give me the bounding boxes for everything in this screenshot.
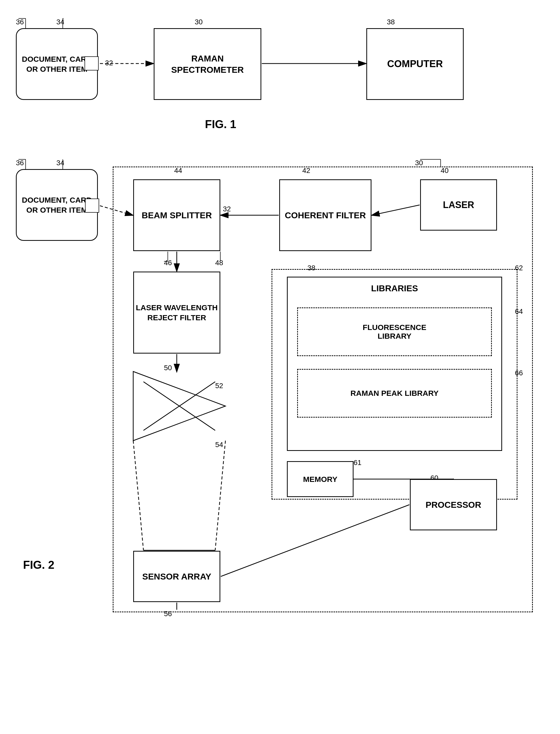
fig2-raman-peak-label: RAMAN PEAK LIBRARY — [350, 389, 439, 398]
fig2-label: FIG. 2 — [23, 559, 54, 571]
fig2-sensor-box: SENSOR ARRAY — [133, 551, 220, 602]
fig2-ref34: 34 — [56, 159, 64, 167]
fig2-ref32: 32 — [223, 205, 231, 213]
fig1-label: FIG. 1 — [205, 118, 236, 131]
fig2-ref66: 66 — [515, 369, 523, 377]
fig2-libraries-label: LIBRARIES — [371, 280, 418, 294]
fig1-computer-box: COMPUTER — [366, 28, 464, 100]
fig2-ref38: 38 — [307, 264, 315, 272]
fig2-fluorescence-label: FLUORESCENCE LIBRARY — [346, 323, 443, 340]
fig2-ref50: 50 — [164, 364, 172, 372]
fig2-memory-box: MEMORY — [287, 461, 354, 497]
fig1-ref32: 32 — [105, 59, 113, 67]
fig2-ref46: 46 — [164, 259, 172, 267]
diagram-container: 36 34 30 38 DOCUMENT, CARD OR OTHER ITEM… — [0, 0, 560, 734]
fig2-beam-splitter-box: BEAM SPLITTER — [133, 179, 220, 251]
fig2-libraries-box: LIBRARIES — [287, 277, 502, 451]
fig1-ref36: 36 — [16, 18, 24, 26]
fig2-coherent-filter-box: COHERENT FILTER — [279, 179, 371, 251]
fig2-ref40: 40 — [441, 167, 449, 175]
fig2-processor-box: PROCESSOR — [410, 479, 497, 530]
fig1-raman-box: RAMAN SPECTROMETER — [154, 28, 261, 100]
fig2-ref54: 54 — [215, 441, 223, 449]
fig2-ref36: 36 — [16, 159, 24, 167]
fig2-ref56: 56 — [164, 610, 172, 618]
fig1-document-inner-box — [85, 56, 99, 70]
fig2-ref52: 52 — [215, 382, 223, 390]
fig2-ref44: 44 — [174, 167, 182, 175]
fig2-ref62: 62 — [515, 264, 523, 272]
fig2-raman-peak-box: RAMAN PEAK LIBRARY — [297, 369, 492, 418]
fig2-laser-box: LASER — [420, 179, 497, 231]
fig2-document-inner-box — [85, 199, 99, 213]
fig2-ref64: 64 — [515, 307, 523, 316]
fig2-fluorescence-box: FLUORESCENCE LIBRARY — [297, 307, 492, 356]
fig2-ref48: 48 — [215, 259, 223, 267]
fig2-laser-filter-box: LASER WAVELENGTH REJECT FILTER — [133, 272, 220, 354]
fig1-ref38: 38 — [387, 18, 395, 26]
fig2-ref30: 30 — [415, 159, 423, 167]
fig2-ref42: 42 — [302, 167, 310, 175]
fig1-ref30: 30 — [195, 18, 203, 26]
fig2-ref61: 61 — [354, 459, 361, 467]
fig1-ref34: 34 — [56, 18, 64, 26]
